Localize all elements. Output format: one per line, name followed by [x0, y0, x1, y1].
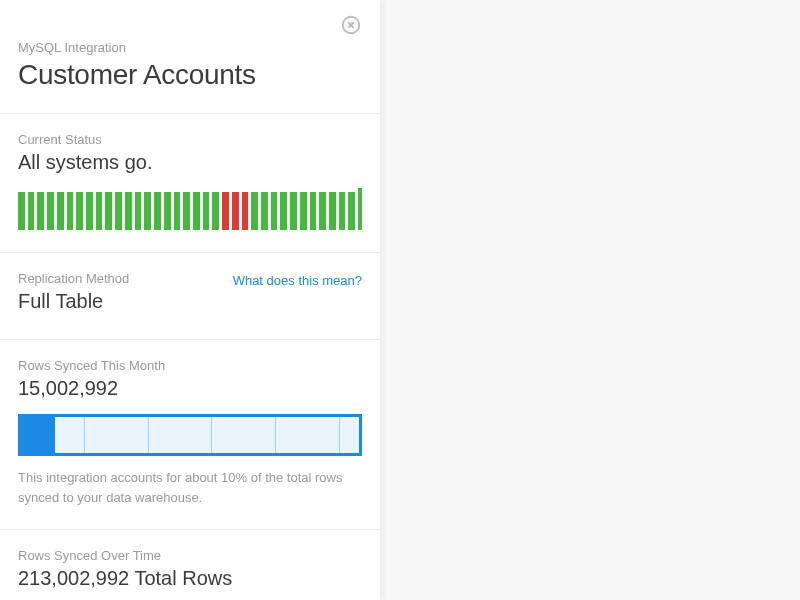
- status-bar: [144, 192, 151, 230]
- status-bar: [135, 192, 142, 230]
- replication-value: Full Table: [18, 290, 362, 313]
- status-bar: [37, 192, 44, 230]
- status-bar: [57, 192, 64, 230]
- status-bar: [125, 192, 132, 230]
- status-bar: [280, 192, 287, 230]
- status-label: Current Status: [18, 132, 362, 147]
- rows-time-value: 213,002,992 Total Rows: [18, 567, 362, 590]
- rows-progress-bar: [18, 414, 362, 456]
- status-bar: [261, 192, 268, 230]
- rows-time-section: Rows Synced Over Time 213,002,992 Total …: [0, 530, 380, 600]
- status-bar: [28, 192, 35, 230]
- rows-month-label: Rows Synced This Month: [18, 358, 362, 373]
- status-bar: [310, 192, 317, 230]
- status-bar: [348, 192, 355, 230]
- status-bar: [96, 192, 103, 230]
- status-bar: [290, 192, 297, 230]
- status-bar: [115, 192, 122, 230]
- rows-month-value: 15,002,992: [18, 377, 362, 400]
- status-chart: [18, 188, 362, 230]
- status-bar: [329, 192, 336, 230]
- status-section: Current Status All systems go.: [0, 114, 380, 253]
- status-bar: [174, 192, 181, 230]
- status-bar: [86, 192, 93, 230]
- status-bar: [105, 192, 112, 230]
- status-bar: [18, 192, 25, 230]
- status-bar: [164, 192, 171, 230]
- rows-month-section: Rows Synced This Month 15,002,992 This i…: [0, 340, 380, 530]
- breadcrumb: MySQL Integration: [18, 40, 362, 55]
- status-bar: [154, 192, 161, 230]
- status-bar: [242, 192, 249, 230]
- status-bar: [358, 188, 362, 230]
- status-bar: [271, 192, 278, 230]
- status-bar: [183, 192, 190, 230]
- rows-time-label: Rows Synced Over Time: [18, 548, 362, 563]
- status-bar: [300, 192, 307, 230]
- status-bar: [251, 192, 258, 230]
- status-bar: [319, 192, 326, 230]
- status-bar: [339, 192, 346, 230]
- status-bar: [222, 192, 229, 230]
- status-bar: [47, 192, 54, 230]
- status-value: All systems go.: [18, 151, 362, 174]
- close-button[interactable]: [340, 14, 362, 36]
- rows-month-description: This integration accounts for about 10% …: [18, 468, 362, 507]
- status-bar: [76, 192, 83, 230]
- status-bar: [203, 192, 210, 230]
- status-bar: [67, 192, 74, 230]
- close-icon: [340, 22, 362, 39]
- status-bar: [212, 192, 219, 230]
- help-link[interactable]: What does this mean?: [233, 273, 362, 288]
- integration-detail-panel: MySQL Integration Customer Accounts Curr…: [0, 0, 380, 600]
- status-bar: [232, 192, 239, 230]
- rows-progress-ticks: [21, 417, 359, 453]
- status-bar: [193, 192, 200, 230]
- header-section: MySQL Integration Customer Accounts: [0, 0, 380, 114]
- replication-label: Replication Method: [18, 271, 129, 286]
- page-title: Customer Accounts: [18, 59, 362, 91]
- replication-section: Replication Method What does this mean? …: [0, 253, 380, 340]
